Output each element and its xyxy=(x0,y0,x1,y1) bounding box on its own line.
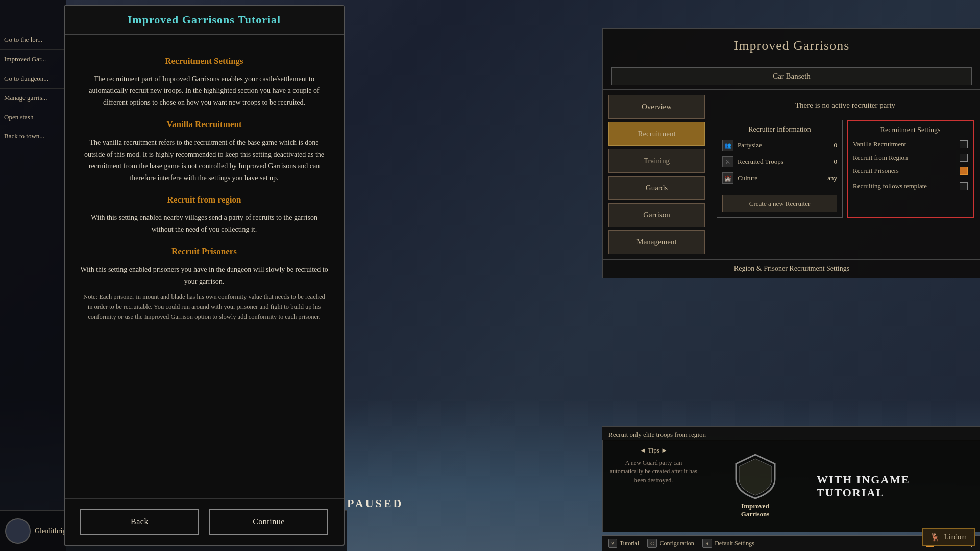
ingame-tutorial: WITH INGAME TUTORIAL xyxy=(806,440,980,532)
partysize-value: 0 xyxy=(834,141,838,149)
section-vanilla-recruitment-heading: Vanilla Recruitment xyxy=(80,117,328,131)
logo-text: Improved Garrisons xyxy=(741,502,770,518)
vanilla-recruitment-label: Vanilla Recruitment xyxy=(853,140,906,148)
partysize-label: Partysize xyxy=(738,141,830,149)
bottom-main-section: ◄ Tips ► A new Guard party can automatic… xyxy=(602,440,980,532)
tutorial-modal: Improved Garrisons Tutorial Recruitment … xyxy=(64,5,345,546)
sidebar-item-back-to-town[interactable]: Back to town... xyxy=(0,127,66,146)
tips-text: A new Guard party can automatically be c… xyxy=(609,459,698,484)
nav-btn-management[interactable]: Management xyxy=(608,230,705,254)
lindom-badge[interactable]: 🦌 Lindom xyxy=(922,528,975,546)
partial-recruit-text: Recruit only elite troops from region xyxy=(608,431,706,438)
recruit-prisoners-label: Recruit Prisoners xyxy=(853,167,899,175)
default-settings-toolbar-label: Default Settings xyxy=(715,540,754,547)
tips-section: ◄ Tips ► A new Guard party can automatic… xyxy=(602,440,704,532)
modal-title: Improved Garrisons Tutorial xyxy=(128,13,281,26)
section-recruit-prisoners-heading: Recruit Prisoners xyxy=(80,244,328,258)
recruiter-info-title: Recruiter Information xyxy=(722,126,837,134)
troops-icon: ⚔ xyxy=(722,156,733,167)
location-box: Car Banseth xyxy=(611,67,972,85)
partysize-icon: 👥 xyxy=(722,140,733,151)
culture-value: any xyxy=(827,174,837,182)
recruiter-status: There is no active recruiter party xyxy=(717,96,974,115)
location-label: Glenlithrig xyxy=(35,527,66,535)
nav-btn-guards[interactable]: Guards xyxy=(608,176,705,200)
setting-row-vanilla: Vanilla Recruitment xyxy=(853,140,968,148)
continue-button[interactable]: Continue xyxy=(209,509,328,535)
recruit-region-label: Recruit from Region xyxy=(853,154,908,162)
nav-btn-garrison[interactable]: Garrison xyxy=(608,203,705,227)
culture-icon: 🏰 xyxy=(722,172,733,184)
template-label: Recruiting follows template xyxy=(853,182,927,190)
vanilla-recruitment-checkbox[interactable] xyxy=(960,140,968,148)
panel-title: Improved Garrisons xyxy=(603,29,980,63)
left-sidebar: Go to the lor... Improved Gar... Go to d… xyxy=(0,0,66,551)
recruiter-columns: Recruiter Information 👥 Partysize 0 ⚔ Re… xyxy=(717,120,974,218)
section-recruitment-settings-heading: Recruitment Settings xyxy=(80,54,328,68)
partial-text: Recruit only elite troops from region xyxy=(602,426,980,441)
create-btn-wrap: Create a new Recruiter xyxy=(722,190,837,212)
rec-settings-title: Recruitment Settings xyxy=(853,126,968,134)
section-recruitment-settings-text: The recruitment part of Improved Garriso… xyxy=(80,73,328,108)
improved-garrisons-logo: Improved Garrisons xyxy=(704,440,806,532)
recruit-prisoners-checkbox[interactable] xyxy=(960,167,968,175)
nav-btn-recruitment[interactable]: Recruitment xyxy=(608,122,705,146)
right-panel: Improved Garrisons Car Banseth Overview … xyxy=(602,28,980,278)
character-avatar xyxy=(5,518,31,544)
setting-row-prisoners: Recruit Prisoners xyxy=(853,167,968,175)
sidebar-item-go-to-dungeon[interactable]: Go to dungeon... xyxy=(0,69,66,89)
region-settings-bar: Region & Prisoner Recruitment Settings xyxy=(603,259,980,278)
template-row: Recruiting follows template xyxy=(853,182,968,190)
toolbar-configuration[interactable]: C Configuration xyxy=(647,539,694,548)
nav-btn-overview[interactable]: Overview xyxy=(608,95,705,119)
rec-row-culture: 🏰 Culture any xyxy=(722,172,837,184)
lindom-icon: 🦌 xyxy=(930,532,940,542)
rec-row-partysize: 👥 Partysize 0 xyxy=(722,140,837,151)
troops-value: 0 xyxy=(834,158,838,166)
configuration-toolbar-label: Configuration xyxy=(659,540,694,547)
recruitment-settings-panel: Recruitment Settings Vanilla Recruitment… xyxy=(847,120,974,218)
troops-label: Recruited Troops xyxy=(738,158,830,166)
panel-content: Overview Recruitment Training Guards Gar… xyxy=(603,90,980,259)
sidebar-item-open-stash[interactable]: Open stash xyxy=(0,108,66,128)
modal-footer: Back Continue xyxy=(65,498,344,545)
note-text: Note: Each prisoner in mount and blade h… xyxy=(80,292,328,322)
recruiter-info-panel: Recruiter Information 👥 Partysize 0 ⚔ Re… xyxy=(717,120,843,218)
sidebar-item-improved-gar[interactable]: Improved Gar... xyxy=(0,50,66,69)
toolbar-default-settings[interactable]: R Default Settings xyxy=(702,539,754,548)
setting-row-region: Recruit from Region xyxy=(853,154,968,162)
sidebar-item-go-to-lord[interactable]: Go to the lor... xyxy=(0,31,66,50)
culture-label: Culture xyxy=(738,174,823,182)
nav-btn-training[interactable]: Training xyxy=(608,149,705,173)
toolbar-tutorial[interactable]: ? Tutorial xyxy=(608,539,639,548)
back-button[interactable]: Back xyxy=(80,509,199,535)
sidebar-item-manage-garrison[interactable]: Manage garris... xyxy=(0,89,66,108)
location-bar: Car Banseth xyxy=(603,63,980,90)
nav-buttons: Overview Recruitment Training Guards Gar… xyxy=(603,90,710,259)
section-recruit-region-text: With this setting enabled nearby village… xyxy=(80,212,328,235)
tutorial-toolbar-label: Tutorial xyxy=(620,540,639,547)
modal-title-bar: Improved Garrisons Tutorial xyxy=(65,6,344,35)
rec-row-troops: ⚔ Recruited Troops 0 xyxy=(722,156,837,167)
tips-header: ◄ Tips ► xyxy=(609,446,698,455)
section-recruit-prisoners-text: With this setting enabled prisoners you … xyxy=(80,264,328,287)
section-recruit-region-heading: Recruit from region xyxy=(80,193,328,207)
recruit-region-checkbox[interactable] xyxy=(960,154,968,162)
tips-label: ◄ Tips ► xyxy=(640,446,668,455)
create-recruiter-button[interactable]: Create a new Recruiter xyxy=(722,195,837,212)
template-checkbox[interactable] xyxy=(960,182,968,190)
logo-shield-svg xyxy=(735,454,776,499)
ingame-tutorial-label: WITH INGAME TUTORIAL xyxy=(817,473,970,499)
modal-body[interactable]: Recruitment Settings The recruitment par… xyxy=(65,35,344,498)
section-vanilla-recruitment-text: The vanilla recruitment refers to the re… xyxy=(80,137,328,184)
configuration-key: C xyxy=(647,539,657,548)
info-area: There is no active recruiter party Recru… xyxy=(710,90,980,259)
paused-text: PAUSED xyxy=(347,497,403,510)
lindom-label: Lindom xyxy=(944,533,967,541)
default-settings-key: R xyxy=(702,539,712,548)
tutorial-key: ? xyxy=(608,539,617,548)
